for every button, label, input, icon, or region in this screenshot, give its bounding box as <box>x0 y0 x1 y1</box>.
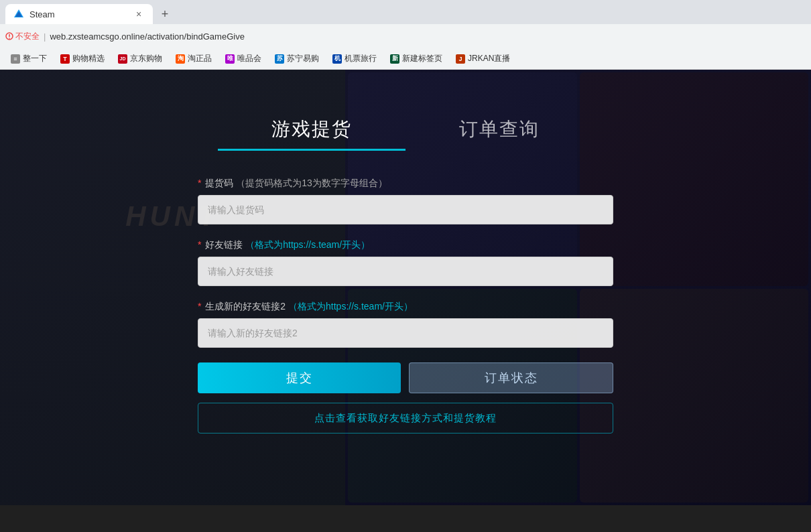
bookmark-vip-label: 唯品会 <box>237 53 261 64</box>
bookmark-newtab[interactable]: 新 新建标签页 <box>385 51 448 66</box>
bookmark-jrkan[interactable]: J JRKAN直播 <box>450 51 515 66</box>
friend-link-hint: （格式为https://s.team/开头） <box>245 239 370 250</box>
form-container: * 提货码 （提货码格式为13为数字字母组合） * 好友链接 （格式为https… <box>184 178 627 434</box>
bookmark-suning[interactable]: 苏 苏宁易购 <box>269 51 324 66</box>
bookmark-jrkan-icon: J <box>456 54 465 64</box>
pickup-code-hint: （提货码格式为13为数字字母组合） <box>236 178 387 188</box>
pickup-code-label: * 提货码 （提货码格式为13为数字字母组合） <box>198 178 613 190</box>
svg-point-4 <box>9 38 10 39</box>
tab-title: Steam <box>29 9 127 19</box>
bookmark-jd[interactable]: JD 京东购物 <box>113 51 168 66</box>
nav-tab-pickup[interactable]: 游戏提货 <box>218 110 406 151</box>
form-group-friend-link2: * 生成新的好友链接2 （格式为https://s.team/开头） <box>198 301 613 348</box>
bookmark-taobao-icon: 淘 <box>176 54 185 64</box>
page-content: 游戏提货 订单查询 * 提货码 （提货码格式为13为数字字母组合） * 好友链接… <box>0 70 811 505</box>
bookmarks-bar: ≡ 整一下 T 购物精选 JD 京东购物 淘 淘正品 唯 唯品会 苏 苏宁易购 … <box>0 48 811 70</box>
bookmark-flight-icon: 机 <box>332 54 342 64</box>
required-marker-1: * <box>198 178 201 188</box>
nav-tab-order[interactable]: 订单查询 <box>406 110 593 151</box>
bookmark-newtab-icon: 新 <box>390 54 399 64</box>
bookmark-newtab-label: 新建标签页 <box>402 53 442 64</box>
form-group-pickup-code: * 提货码 （提货码格式为13为数字字母组合） <box>198 178 613 224</box>
tab-favicon <box>13 9 24 19</box>
button-row: 提交 订单状态 <box>198 362 613 393</box>
bookmark-jd-icon: JD <box>118 54 127 64</box>
bookmark-taobao-label: 淘正品 <box>188 53 212 64</box>
browser-chrome: Steam × + 不安全 | web.zxsteamcsgo.online/a… <box>0 0 811 70</box>
friend-link2-input[interactable] <box>198 318 613 348</box>
friend-link-input[interactable] <box>198 257 613 286</box>
bookmark-flight-label: 机票旅行 <box>345 53 377 64</box>
url-display[interactable]: web.zxsteamcsgo.online/activation/bindGa… <box>50 31 806 42</box>
bookmark-shopping-label: 购物精选 <box>72 53 105 64</box>
security-indicator: 不安全 <box>5 31 40 42</box>
required-marker-2: * <box>198 239 201 250</box>
tab-bar: Steam × + <box>0 0 811 24</box>
bookmark-flight[interactable]: 机 机票旅行 <box>327 51 382 66</box>
friend-link2-label: * 生成新的好友链接2 （格式为https://s.team/开头） <box>198 301 613 313</box>
address-bar: 不安全 | web.zxsteamcsgo.online/activation/… <box>0 24 811 48</box>
bookmark-vip[interactable]: 唯 唯品会 <box>220 51 267 66</box>
pickup-code-input[interactable] <box>198 195 613 224</box>
bookmark-taobao[interactable]: 淘 淘正品 <box>170 51 217 66</box>
new-tab-button[interactable]: + <box>155 5 174 23</box>
friend-link-label: * 好友链接 （格式为https://s.team/开头） <box>198 239 613 251</box>
bookmark-shopping-icon: T <box>60 54 70 64</box>
bookmark-jrkan-label: JRKAN直播 <box>468 53 510 64</box>
order-status-button[interactable]: 订单状态 <box>409 362 613 393</box>
submit-button[interactable]: 提交 <box>198 362 401 393</box>
bookmark-suning-icon: 苏 <box>275 54 284 64</box>
friend-link2-hint: （格式为https://s.team/开头） <box>288 301 413 312</box>
bookmark-zhengyi-label: 整一下 <box>23 53 47 64</box>
page-nav: 游戏提货 订单查询 <box>0 70 811 171</box>
required-marker-3: * <box>198 301 201 312</box>
tab-close-button[interactable]: × <box>133 8 145 20</box>
bookmark-jd-label: 京东购物 <box>130 53 162 64</box>
bookmark-suning-label: 苏宁易购 <box>287 53 319 64</box>
separator: | <box>44 31 46 42</box>
bookmark-zhengyi-icon: ≡ <box>11 54 20 64</box>
bookmark-zhengyi[interactable]: ≡ 整一下 <box>5 51 52 66</box>
bookmark-shopping[interactable]: T 购物精选 <box>55 51 110 66</box>
active-tab[interactable]: Steam × <box>5 4 153 24</box>
form-group-friend-link: * 好友链接 （格式为https://s.team/开头） <box>198 239 613 286</box>
bookmark-vip-icon: 唯 <box>225 54 235 64</box>
tutorial-button[interactable]: 点击查看获取好友链接方式和提货教程 <box>198 403 613 434</box>
